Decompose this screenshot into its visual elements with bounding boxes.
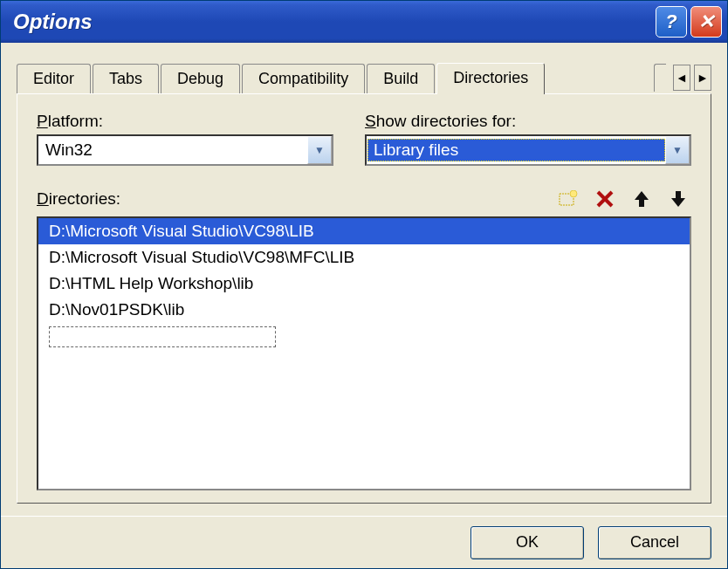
showdir-dropdown-arrow[interactable]: ▼ [665,136,690,164]
list-item[interactable]: D:\HTML Help Workshop\lib [38,271,690,297]
options-dialog: Options ? ✕ Editor Tabs Debug Compatibil… [0,0,728,569]
tab-editor[interactable]: Editor [17,64,91,93]
move-down-icon [669,189,688,209]
list-item[interactable]: D:\Microsoft Visual Studio\VC98\MFC\LIB [38,244,690,271]
platform-dropdown-arrow[interactable]: ▼ [307,136,332,164]
tab-scroll-left[interactable]: ◄ [673,65,690,91]
window-title: Options [13,10,652,34]
tab-debug[interactable]: Debug [161,64,240,93]
directories-label: Directories: [37,189,555,209]
move-down-button[interactable] [665,187,691,211]
chevron-down-icon: ▼ [314,144,325,156]
triangle-right-icon: ► [697,71,709,85]
tab-compatibility[interactable]: Compatibility [242,64,365,93]
dialog-body: Editor Tabs Debug Compatibility Build Di… [1,43,727,516]
move-up-button[interactable] [628,187,655,211]
triangle-left-icon: ◄ [676,71,688,85]
new-folder-icon [559,190,578,208]
dialog-footer: OK Cancel [1,516,727,568]
tab-panel: Platform: Win32 ▼ Show directories for: … [17,93,711,504]
tab-build[interactable]: Build [367,64,435,93]
tab-tabs[interactable]: Tabs [93,64,159,93]
list-item-new-placeholder[interactable] [49,326,276,347]
delete-entry-button[interactable] [592,187,618,211]
close-button[interactable]: ✕ [690,6,722,38]
platform-combo[interactable]: Win32 ▼ [37,134,333,166]
list-item[interactable]: D:\Microsoft Visual Studio\VC98\LIB [38,218,690,244]
platform-value: Win32 [38,141,307,160]
delete-icon [595,189,615,209]
tab-scroll-right[interactable]: ► [694,65,711,91]
showdir-combo[interactable]: Library files ▼ [365,134,691,166]
titlebar: Options ? ✕ [1,1,727,43]
showdir-label: Show directories for: [365,112,691,131]
platform-label: Platform: [37,112,333,131]
move-up-icon [632,189,651,209]
tab-partial-next[interactable] [654,64,666,92]
directories-listbox[interactable]: D:\Microsoft Visual Studio\VC98\LIB D:\M… [37,216,691,490]
tab-strip: Editor Tabs Debug Compatibility Build Di… [17,58,711,93]
directories-toolbar [555,187,691,211]
showdir-value: Library files [367,139,665,161]
svg-point-1 [570,190,577,197]
tab-directories[interactable]: Directories [436,63,545,94]
ok-button[interactable]: OK [470,526,584,559]
close-icon: ✕ [698,10,714,33]
help-button[interactable]: ? [656,6,687,38]
new-entry-button[interactable] [555,187,581,211]
chevron-down-icon: ▼ [672,144,683,156]
tab-scroll: ◄ ► [654,64,711,93]
help-icon: ? [665,10,676,33]
list-item[interactable]: D:\Nov01PSDK\lib [38,297,690,323]
cancel-button[interactable]: Cancel [598,526,711,559]
